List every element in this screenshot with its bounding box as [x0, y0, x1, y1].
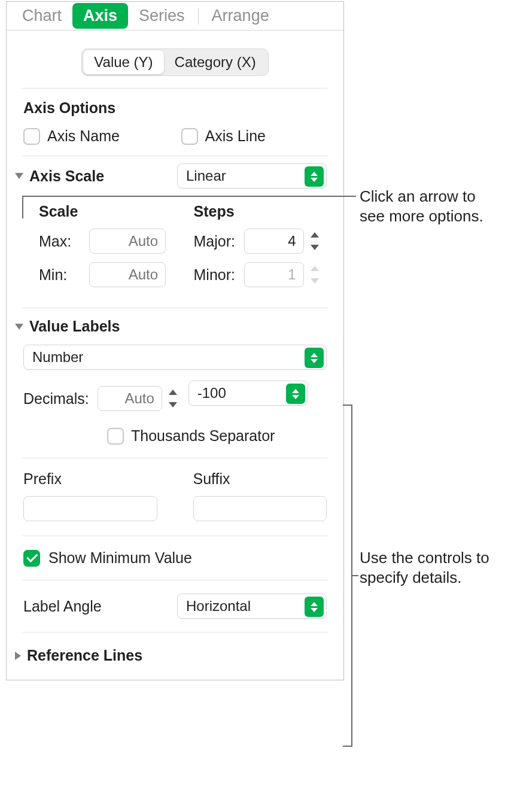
label-angle-label: Label Angle — [23, 598, 102, 615]
value-labels-body: Number Decimals: -100 Thousands Separato… — [7, 345, 343, 458]
minor-label: Minor: — [194, 266, 244, 284]
show-minimum-label: Show Minimum Value — [48, 549, 192, 567]
major-stepper — [308, 229, 322, 254]
popup-chevron-icon — [286, 384, 305, 404]
axis-name-label: Axis Name — [47, 127, 120, 145]
value-labels-format-value: Number — [32, 349, 83, 366]
reference-lines-title: Reference Lines — [27, 647, 142, 664]
decimals-row: Decimals: -100 — [23, 381, 327, 416]
prefix-label: Prefix — [23, 470, 157, 488]
negative-format-popup[interactable]: -100 — [188, 381, 308, 406]
axis-scale-disclosure-icon[interactable] — [15, 173, 23, 179]
callout-bracket — [344, 405, 352, 747]
thousands-label: Thousands Separator — [131, 427, 275, 445]
thousands-separator-row: Thousands Separator — [23, 427, 327, 445]
major-stepper-down[interactable] — [308, 241, 322, 254]
axis-subtab-row: Value (Y) Category (X) — [7, 31, 343, 88]
prefix-input[interactable] — [23, 496, 157, 521]
prefix-column: Prefix — [23, 470, 157, 521]
suffix-label: Suffix — [193, 470, 327, 488]
tab-chart[interactable]: Chart — [11, 3, 72, 29]
label-angle-value: Horizontal — [186, 598, 251, 615]
subtab-category-x[interactable]: Category (X) — [164, 50, 267, 74]
suffix-input[interactable] — [193, 496, 327, 521]
tab-arrange[interactable]: Arrange — [201, 3, 280, 29]
minor-stepper — [308, 262, 322, 287]
tab-divider — [198, 8, 199, 25]
axis-scale-header: Axis Scale Linear — [7, 156, 343, 199]
value-labels-disclosure-icon[interactable] — [15, 324, 23, 330]
prefix-suffix-row: Prefix Suffix — [7, 458, 343, 536]
axis-line-checkbox[interactable] — [181, 128, 198, 145]
callout-arrow-text: Click an arrow to see more options. — [360, 187, 503, 226]
reference-lines-disclosure-icon[interactable] — [15, 652, 21, 660]
suffix-column: Suffix — [193, 470, 327, 521]
show-minimum-checkbox[interactable] — [23, 550, 40, 567]
panel-tabs: Chart Axis Series Arrange — [7, 2, 343, 31]
decimals-stepper — [166, 386, 180, 411]
value-labels-format-popup[interactable]: Number — [23, 345, 327, 370]
major-stepper-up[interactable] — [308, 229, 322, 241]
subtab-value-y[interactable]: Value (Y) — [83, 50, 163, 74]
axis-segmented-control: Value (Y) Category (X) — [81, 48, 268, 76]
minor-stepper-up — [308, 262, 322, 275]
minor-stepper-down — [308, 275, 322, 287]
axis-name-checkbox[interactable] — [23, 128, 40, 145]
callout-controls-text: Use the controls to specify details. — [360, 548, 503, 587]
tab-axis[interactable]: Axis — [72, 3, 128, 29]
popup-chevron-icon — [305, 348, 324, 368]
major-label: Major: — [194, 233, 244, 250]
callout-bracket-tick — [352, 575, 358, 576]
max-label: Max: — [39, 233, 89, 250]
value-labels-header: Value Labels — [7, 308, 343, 345]
min-label: Min: — [39, 266, 89, 284]
minor-input[interactable] — [244, 262, 304, 287]
reference-lines-header: Reference Lines — [7, 632, 343, 680]
tab-series[interactable]: Series — [128, 3, 196, 29]
callout-leader-line — [22, 196, 356, 218]
min-input[interactable] — [89, 262, 166, 287]
axis-line-label: Axis Line — [205, 127, 266, 145]
decimals-input[interactable] — [98, 386, 162, 411]
popup-chevron-icon — [305, 597, 324, 617]
axis-scale-popup[interactable]: Linear — [177, 163, 327, 188]
format-panel: Chart Axis Series Arrange Value (Y) Cate… — [6, 1, 344, 680]
decimals-stepper-down[interactable] — [166, 399, 180, 411]
label-angle-row: Label Angle Horizontal — [7, 580, 343, 632]
decimals-label: Decimals: — [23, 390, 89, 407]
thousands-checkbox[interactable] — [107, 428, 124, 445]
max-input[interactable] — [89, 229, 166, 254]
axis-scale-title: Axis Scale — [29, 168, 104, 185]
negative-format-value: -100 — [197, 385, 226, 402]
value-labels-title: Value Labels — [29, 318, 120, 335]
decimals-stepper-up[interactable] — [166, 386, 180, 399]
popup-chevron-icon — [305, 166, 324, 187]
label-angle-popup[interactable]: Horizontal — [177, 594, 327, 619]
axis-options-section: Axis Options Axis Name Axis Line — [7, 89, 343, 156]
axis-options-title: Axis Options — [23, 99, 327, 117]
major-input[interactable] — [244, 229, 304, 254]
show-minimum-row: Show Minimum Value — [7, 536, 343, 580]
axis-scale-value: Linear — [186, 168, 226, 184]
